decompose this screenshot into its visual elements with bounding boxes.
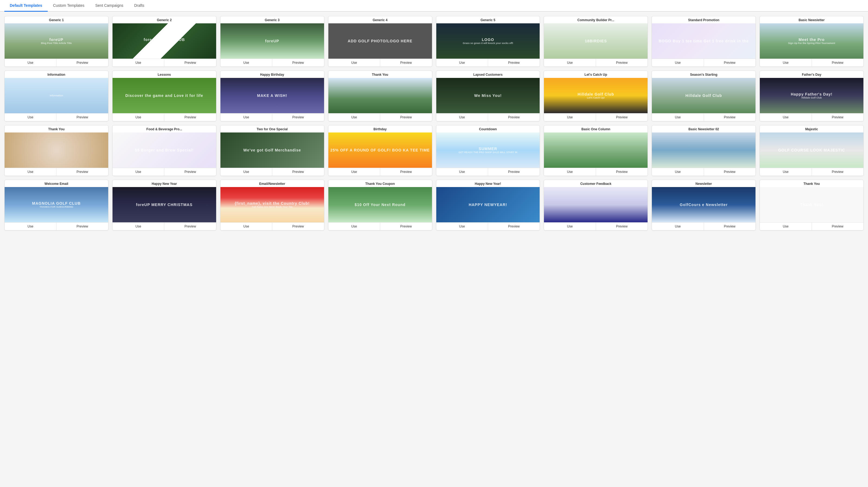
use-button-lapsed[interactable]: Use bbox=[436, 113, 488, 121]
preview-button-majestic[interactable]: Preview bbox=[812, 168, 863, 176]
card-image-inner-information: Information bbox=[5, 78, 108, 113]
use-button-countdown[interactable]: Use bbox=[436, 168, 488, 176]
card-image-generic2: fore UP GOLF CLUBArticle Use Preview bbox=[113, 23, 216, 59]
card-buttons-majestic: UsePreview bbox=[760, 168, 863, 176]
use-button-ty2[interactable]: Use bbox=[5, 168, 56, 176]
preview-button-generic2[interactable]: Preview bbox=[164, 59, 216, 66]
card-image-birthday2: 25% OFF A ROUND OF GOLF! BOO KA TEE TIME bbox=[329, 133, 432, 168]
card-image-inner-stdpromo: BOGO Buy 1 tee time Get 1 free drink in … bbox=[652, 23, 755, 59]
preview-button-information[interactable]: Preview bbox=[56, 113, 108, 121]
preview-button-generic3[interactable]: Preview bbox=[272, 59, 324, 66]
preview-button-lapsed[interactable]: Preview bbox=[488, 113, 539, 121]
use-button-generic4[interactable]: Use bbox=[329, 59, 380, 66]
preview-button-fathers[interactable]: Preview bbox=[812, 113, 863, 121]
use-button-emailnl[interactable]: Use bbox=[220, 223, 272, 230]
card-image-inner-tycoupon: $10 Off Your Next Round bbox=[329, 187, 432, 222]
card-buttons-basicnl: UsePreview bbox=[760, 59, 863, 66]
templates-grid: Generic 1foreUPBlog Post Title Article T… bbox=[0, 12, 868, 235]
use-button-welcome[interactable]: Use bbox=[5, 223, 56, 230]
use-button-happybday[interactable]: Use bbox=[220, 113, 272, 121]
use-button-basicnl[interactable]: Use bbox=[760, 59, 812, 66]
preview-button-emailnl[interactable]: Preview bbox=[272, 223, 324, 230]
use-button-custfb[interactable]: Use bbox=[544, 223, 596, 230]
preview-button-seasons[interactable]: Preview bbox=[704, 113, 755, 121]
card-title-thankyou1: Thank You bbox=[329, 71, 432, 78]
card-title-basicone: Basic One Column bbox=[544, 125, 648, 133]
use-button-generic3[interactable]: Use bbox=[220, 59, 272, 66]
use-button-ty3[interactable]: Use bbox=[760, 223, 812, 230]
use-button-twoone[interactable]: Use bbox=[220, 168, 272, 176]
template-card-community: Community Builder Pr...18BIRDIESUsePrevi… bbox=[544, 16, 648, 67]
card-title-newsletter2: Newsletter bbox=[652, 180, 755, 187]
preview-button-lessons[interactable]: Preview bbox=[164, 113, 216, 121]
template-card-generic1: Generic 1foreUPBlog Post Title Article T… bbox=[4, 16, 108, 67]
template-card-countdown: CountdownSUMMERGET READY THE PRO SHOP SA… bbox=[436, 125, 540, 176]
preview-button-tycoupon[interactable]: Preview bbox=[380, 223, 432, 230]
use-button-fathers[interactable]: Use bbox=[760, 113, 812, 121]
preview-button-stdpromo[interactable]: Preview bbox=[704, 59, 755, 66]
preview-button-ty2[interactable]: Preview bbox=[56, 168, 108, 176]
preview-button-community[interactable]: Preview bbox=[596, 59, 648, 66]
use-button-catchup[interactable]: Use bbox=[544, 113, 596, 121]
card-image-hny: foreUP MERRY CHRISTMAS bbox=[113, 187, 216, 222]
preview-button-hny2[interactable]: Preview bbox=[488, 223, 539, 230]
preview-button-twoone[interactable]: Preview bbox=[272, 168, 324, 176]
preview-button-generic5[interactable]: Preview bbox=[488, 59, 539, 66]
use-button-basicone[interactable]: Use bbox=[544, 168, 596, 176]
use-button-hny2[interactable]: Use bbox=[436, 223, 488, 230]
use-button-lessons[interactable]: Use bbox=[113, 113, 164, 121]
card-title-basicnl02: Basic Newsletter 02 bbox=[652, 125, 755, 133]
preview-button-happybday[interactable]: Preview bbox=[272, 113, 324, 121]
card-buttons-catchup: UsePreview bbox=[544, 113, 648, 121]
preview-button-ty3[interactable]: Preview bbox=[812, 223, 863, 230]
use-button-stdpromo[interactable]: Use bbox=[652, 59, 704, 66]
card-image-inner-basicnl02 bbox=[652, 133, 755, 168]
preview-button-generic1[interactable]: Preview bbox=[56, 59, 108, 66]
use-button-seasons[interactable]: Use bbox=[652, 113, 704, 121]
preview-button-catchup[interactable]: Preview bbox=[596, 113, 648, 121]
preview-button-hny[interactable]: Preview bbox=[164, 223, 216, 230]
preview-button-basicnl[interactable]: Preview bbox=[812, 59, 863, 66]
preview-button-basicnl02[interactable]: Preview bbox=[704, 168, 755, 176]
template-card-catchup: Let's Catch UpHilldale Golf ClubLet's Ca… bbox=[544, 70, 648, 121]
tab-sent[interactable]: Sent Campaigns bbox=[90, 0, 129, 12]
preview-button-welcome[interactable]: Preview bbox=[56, 223, 108, 230]
card-buttons-community: UsePreview bbox=[544, 59, 648, 66]
card-title-catchup: Let's Catch Up bbox=[544, 71, 648, 78]
tab-default[interactable]: Default Templates bbox=[4, 0, 48, 12]
card-image-inner-seasons: Hilldale Golf Club bbox=[652, 78, 755, 113]
use-button-generic2[interactable]: Use bbox=[113, 59, 164, 66]
preview-button-countdown[interactable]: Preview bbox=[488, 168, 539, 176]
use-button-birthday2[interactable]: Use bbox=[329, 168, 380, 176]
preview-button-generic4[interactable]: Preview bbox=[380, 59, 432, 66]
card-image-inner-basicone bbox=[544, 133, 648, 168]
use-button-tycoupon[interactable]: Use bbox=[329, 223, 380, 230]
preview-button-basicone[interactable]: Preview bbox=[596, 168, 648, 176]
card-title-seasons: Season's Starting bbox=[652, 71, 755, 78]
use-button-majestic[interactable]: Use bbox=[760, 168, 812, 176]
preview-button-fbpro[interactable]: Preview bbox=[164, 168, 216, 176]
use-button-hny[interactable]: Use bbox=[113, 223, 164, 230]
template-card-birthday2: Birthday25% OFF A ROUND OF GOLF! BOO KA … bbox=[328, 125, 432, 176]
use-button-information[interactable]: Use bbox=[5, 113, 56, 121]
template-card-lapsed: Lapsed CustomersWe Miss You!UsePreview bbox=[436, 70, 540, 121]
card-title-generic3: Generic 3 bbox=[220, 16, 324, 23]
card-buttons-basicone: UsePreview bbox=[544, 168, 648, 176]
card-buttons-newsletter2: UsePreview bbox=[652, 222, 755, 230]
use-button-newsletter2[interactable]: Use bbox=[652, 223, 704, 230]
preview-button-thankyou1[interactable]: Preview bbox=[380, 113, 432, 121]
preview-button-newsletter2[interactable]: Preview bbox=[704, 223, 755, 230]
preview-button-birthday2[interactable]: Preview bbox=[380, 168, 432, 176]
preview-button-custfb[interactable]: Preview bbox=[596, 223, 648, 230]
card-image-welcome: MAGNOLIA GOLF CLUBTHANKS FOR SUBSCRIBING bbox=[5, 187, 108, 222]
use-button-generic5[interactable]: Use bbox=[436, 59, 488, 66]
template-card-seasons: Season's StartingHilldale Golf ClubUsePr… bbox=[652, 70, 756, 121]
tab-drafts[interactable]: Drafts bbox=[129, 0, 150, 12]
use-button-community[interactable]: Use bbox=[544, 59, 596, 66]
use-button-fbpro[interactable]: Use bbox=[113, 168, 164, 176]
tab-custom[interactable]: Custom Templates bbox=[48, 0, 90, 12]
card-title-birthday2: Birthday bbox=[329, 125, 432, 133]
use-button-basicnl02[interactable]: Use bbox=[652, 168, 704, 176]
use-button-generic1[interactable]: Use bbox=[5, 59, 56, 66]
use-button-thankyou1[interactable]: Use bbox=[329, 113, 380, 121]
